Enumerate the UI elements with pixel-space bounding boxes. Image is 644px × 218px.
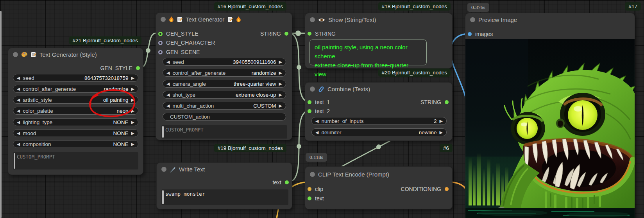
input-port-clip[interactable]: [308, 187, 311, 191]
widget-number-of-inputs[interactable]: ◀number_of_inputs2▶: [311, 117, 447, 125]
widget-control-after-generate[interactable]: ◀control_after_generaterandomize▶: [13, 85, 138, 93]
collapse-dot[interactable]: [470, 17, 475, 22]
node-title-label: Text Generator (Style): [39, 51, 97, 58]
left-arrow-icon[interactable]: ◀: [17, 131, 20, 135]
left-arrow-icon[interactable]: ◀: [166, 82, 170, 86]
node-text-generator[interactable]: Text Generator GEN_STYLE STRING GEN_CHAR…: [156, 13, 292, 140]
right-arrow-icon[interactable]: ▶: [279, 82, 282, 86]
widget-multi-char-action[interactable]: ◀multi_char_actionCUSTOM▶: [163, 102, 286, 110]
node-graph-canvas[interactable]: #21 Bjornulf_custom_nodes Text Generator…: [0, 0, 644, 218]
widget-delimiter[interactable]: ◀delimiternewline▶: [311, 128, 447, 136]
write-text-textarea[interactable]: swamp monster: [161, 189, 288, 205]
widget-color-palette[interactable]: ◀color_paletteneon▶: [13, 107, 138, 115]
node-id-badge: #21 Bjornulf_custom_nodes: [69, 36, 141, 45]
right-arrow-icon[interactable]: ▶: [131, 76, 134, 80]
custom-prompt-textarea[interactable]: CUSTOM_PROMPT: [13, 152, 138, 169]
right-arrow-icon[interactable]: ▶: [131, 98, 134, 102]
input-label: images: [475, 31, 493, 37]
input-port-genstyle[interactable]: [158, 32, 163, 36]
node-id-badge: #16 Bjornulf_custom_nodes: [214, 2, 286, 11]
input-port-genscene[interactable]: [158, 50, 163, 54]
right-arrow-icon[interactable]: ▶: [440, 119, 443, 123]
swamp-monster-image: [465, 39, 635, 218]
node-header[interactable]: Text Generator: [156, 13, 292, 26]
left-arrow-icon[interactable]: ◀: [17, 142, 20, 146]
input-port-string[interactable]: [308, 32, 311, 36]
right-arrow-icon[interactable]: ▶: [131, 87, 134, 91]
collapse-dot[interactable]: [310, 17, 315, 22]
link-icon: [318, 86, 324, 92]
memo-icon: [177, 16, 182, 22]
node-write-text[interactable]: Write Text text swamp monster: [156, 162, 292, 209]
output-port-text[interactable]: [285, 180, 289, 184]
collapse-dot[interactable]: [310, 172, 315, 177]
left-arrow-icon[interactable]: ◀: [17, 98, 20, 102]
input-port-images[interactable]: [468, 32, 472, 36]
widget-seed[interactable]: ◀seed394055009111606▶: [163, 58, 286, 66]
right-arrow-icon[interactable]: ▶: [279, 93, 282, 97]
left-arrow-icon[interactable]: ◀: [315, 130, 318, 135]
wire-genstyle-dot: [146, 48, 150, 53]
node-header[interactable]: Preview Image: [465, 13, 635, 26]
left-arrow-icon[interactable]: ◀: [166, 71, 170, 75]
left-arrow-icon[interactable]: ◀: [17, 87, 20, 91]
widget-camera-angle[interactable]: ◀camera_anglethree-quarter view▶: [163, 80, 286, 88]
node-id-badge: #17: [625, 2, 641, 11]
node-header[interactable]: Text Generator (Style): [8, 48, 143, 61]
widget-mood[interactable]: ◀moodNONE▶: [13, 129, 138, 137]
widget-artistic-style[interactable]: ◀artistic_styleoil painting▶: [13, 96, 138, 104]
widget-seed[interactable]: ◀seed864375732018759▶: [13, 74, 138, 82]
right-arrow-icon[interactable]: ▶: [279, 60, 282, 64]
collapse-dot[interactable]: [161, 17, 166, 22]
node-header[interactable]: Combine (Texts): [305, 83, 452, 95]
output-port-conditioning[interactable]: [445, 187, 449, 191]
node-clip-text-encode[interactable]: CLIP Text Encode (Prompt) clip CONDITION…: [305, 166, 453, 209]
input-row-genscene: GEN_SCENE: [156, 48, 292, 56]
node-combine-texts[interactable]: Combine (Texts) text_1 STRING text_2 ◀nu…: [305, 82, 453, 141]
input-label: clip: [315, 186, 323, 192]
right-arrow-icon[interactable]: ▶: [131, 131, 134, 135]
node-preview-image[interactable]: Preview Image images: [465, 13, 635, 218]
string-display-box[interactable]: oil painting style, using a neon color s…: [309, 40, 427, 65]
left-arrow-icon[interactable]: ◀: [17, 120, 20, 124]
right-arrow-icon[interactable]: ▶: [131, 120, 134, 124]
collapse-dot[interactable]: [310, 86, 315, 92]
left-arrow-icon[interactable]: ◀: [17, 76, 20, 80]
input-label: GEN_SCENE: [166, 49, 200, 55]
input-port-text1[interactable]: [308, 100, 311, 104]
right-arrow-icon[interactable]: ▶: [279, 71, 282, 75]
custom-prompt-textarea[interactable]: CUSTOM_PROMPT: [161, 125, 287, 139]
left-arrow-icon[interactable]: ◀: [166, 93, 170, 97]
node-title-label: Preview Image: [478, 16, 517, 23]
output-port-genstyle[interactable]: [136, 66, 140, 70]
right-arrow-icon[interactable]: ▶: [440, 130, 443, 135]
widget-custom-action[interactable]: CUSTOM_action: [163, 113, 286, 121]
collapse-dot[interactable]: [161, 167, 166, 172]
node-header[interactable]: Write Text: [157, 163, 292, 176]
left-arrow-icon[interactable]: ◀: [166, 60, 170, 64]
output-port-string[interactable]: [284, 32, 288, 36]
left-arrow-icon[interactable]: ◀: [315, 119, 318, 123]
output-port-string[interactable]: [445, 100, 449, 104]
input-port-text[interactable]: [308, 196, 311, 200]
node-header[interactable]: Show (String/Text): [305, 13, 452, 26]
input-port-gencharacter[interactable]: [158, 41, 163, 45]
widget-control-after-generate[interactable]: ◀control_after_generaterandomize▶: [163, 69, 286, 77]
timing-badge: 0.376s: [467, 3, 489, 12]
widget-shot-type[interactable]: ◀shot_typeextreme close-up▶: [163, 91, 286, 99]
node-header[interactable]: CLIP Text Encode (Prompt): [305, 167, 452, 182]
widget-composition[interactable]: ◀compositionNONE▶: [13, 140, 138, 148]
right-arrow-icon[interactable]: ▶: [131, 109, 134, 113]
node-title-label: Show (String/Text): [328, 16, 376, 23]
left-arrow-icon[interactable]: ◀: [17, 109, 20, 113]
collapse-dot[interactable]: [13, 52, 18, 57]
node-text-generator-style[interactable]: Text Generator (Style) GEN_STYLE ◀seed86…: [8, 48, 143, 175]
left-arrow-icon[interactable]: ◀: [166, 104, 170, 108]
node-id-badge: #19 Bjornulf_custom_nodes: [214, 144, 286, 152]
node-show-string-text[interactable]: Show (String/Text) STRING oil painting s…: [305, 13, 453, 68]
right-arrow-icon[interactable]: ▶: [131, 142, 134, 146]
preview-image-frame: [465, 39, 635, 218]
input-port-text2[interactable]: [308, 109, 311, 113]
right-arrow-icon[interactable]: ▶: [279, 104, 282, 108]
widget-lighting-type[interactable]: ◀lighting_typeNONE▶: [13, 118, 138, 126]
